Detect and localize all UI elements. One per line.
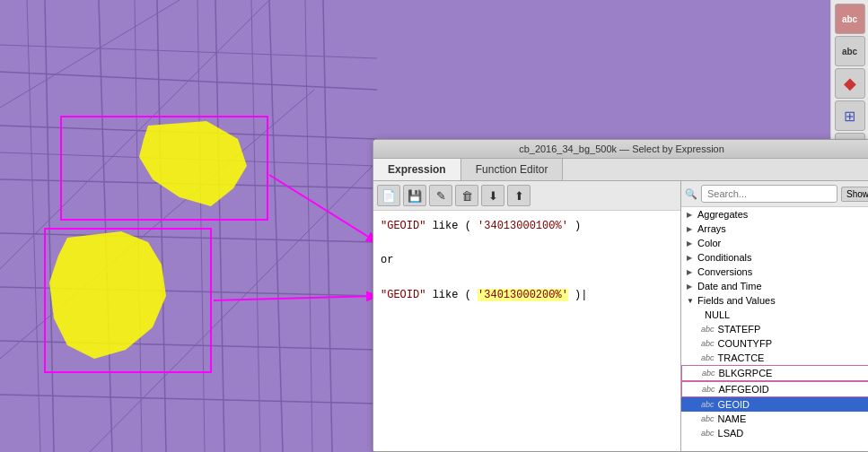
svg-line-28 (269, 175, 377, 242)
svg-line-15 (27, 0, 40, 452)
expression-toolbar: 📄 💾 ✎ 🗑 ⬇ ⬆ (373, 181, 680, 211)
dialog-tabs: Expression Function Editor (373, 159, 868, 181)
tree-child-null[interactable]: NULL (681, 308, 868, 322)
tree-child-countyfp[interactable]: abc COUNTYFP (681, 336, 868, 351)
svg-line-11 (269, 0, 283, 452)
tree-child-name[interactable]: abc NAME (681, 412, 868, 426)
toolbar-btn-hierarchy[interactable]: ⊞ (835, 100, 865, 131)
tree-item-aggregates[interactable]: ▶ Aggregates (681, 207, 868, 222)
svg-line-20 (0, 0, 180, 108)
edit-button[interactable]: ✎ (429, 185, 452, 206)
function-panel: 🔍 Show Va... ▶ Aggregates ▶ Arrays (681, 181, 868, 451)
show-values-button[interactable]: Show Va... (841, 187, 868, 202)
aggregates-arrow: ▶ (687, 211, 697, 219)
tree-item-arrays[interactable]: ▶ Arrays (681, 222, 868, 236)
svg-line-18 (251, 0, 260, 452)
svg-line-16 (135, 0, 142, 452)
conversions-arrow: ▶ (687, 268, 697, 276)
color-arrow: ▶ (687, 239, 697, 248)
search-input[interactable] (701, 185, 837, 203)
tree-child-statefp[interactable]: abc STATEFP (681, 322, 868, 336)
svg-line-12 (323, 0, 332, 452)
tree-child-affgeoid[interactable]: abc AFFGEOID (681, 381, 868, 397)
svg-marker-25 (49, 231, 166, 359)
fields-values-arrow: ▼ (687, 297, 697, 305)
search-icon: 🔍 (685, 188, 697, 200)
expr-line-2: or (381, 252, 673, 269)
svg-line-9 (157, 0, 166, 452)
tree-item-color[interactable]: ▶ Color (681, 236, 868, 250)
arrays-arrow: ▶ (687, 225, 697, 233)
tree-item-conversions[interactable]: ▶ Conversions (681, 265, 868, 279)
save-button[interactable]: 💾 (403, 185, 426, 206)
tree-child-lsad[interactable]: abc LSAD (681, 426, 868, 440)
toolbar-btn-diamond[interactable]: ◆ (835, 68, 865, 99)
svg-line-13 (0, 45, 377, 58)
svg-line-5 (0, 341, 377, 350)
function-tree: ▶ Aggregates ▶ Arrays ▶ Color ▶ Conditio… (681, 207, 868, 451)
export-button[interactable]: ⬆ (507, 185, 530, 206)
toolbar-btn-abc1[interactable]: abc (835, 4, 865, 34)
tree-child-geoid[interactable]: abc GEOID (681, 397, 868, 412)
svg-line-10 (215, 0, 224, 452)
tree-child-tractce[interactable]: abc TRACTCE (681, 351, 868, 365)
svg-line-19 (305, 0, 312, 452)
function-search-bar: 🔍 Show Va... (681, 181, 868, 207)
svg-line-8 (99, 0, 112, 452)
dialog-body: 📄 💾 ✎ 🗑 ⬇ ⬆ "GEOID" like ( '34013000100%… (373, 181, 868, 451)
expr-line-1: "GEOID" like ( '34013000100%' ) (381, 218, 673, 235)
svg-line-29 (214, 296, 377, 300)
tree-child-blkgrpce[interactable]: abc BLKGRPCE (681, 365, 868, 381)
tab-expression[interactable]: Expression (373, 159, 461, 180)
tree-item-fields-and-values[interactable]: ▼ Fields and Values (681, 293, 868, 308)
tree-item-date-and-time[interactable]: ▶ Date and Time (681, 279, 868, 293)
tab-function-editor[interactable]: Function Editor (461, 159, 564, 180)
conditionals-arrow: ▶ (687, 254, 697, 262)
date-time-arrow: ▶ (687, 282, 697, 291)
svg-line-7 (45, 0, 54, 452)
delete-button[interactable]: 🗑 (455, 185, 478, 206)
import-button[interactable]: ⬇ (481, 185, 504, 206)
dialog-title: cb_2016_34_bg_500k — Select by Expressio… (373, 140, 868, 159)
toolbar-btn-abc2[interactable]: abc (835, 36, 865, 66)
expression-panel: 📄 💾 ✎ 🗑 ⬇ ⬆ "GEOID" like ( '34013000100%… (373, 181, 681, 451)
expr-line-3: "GEOID" like ( '34013000200%' )| (381, 287, 673, 304)
svg-line-6 (0, 395, 377, 404)
new-file-button[interactable]: 📄 (377, 185, 400, 206)
select-by-expression-dialog: cb_2016_34_bg_500k — Select by Expressio… (373, 139, 868, 452)
svg-line-3 (0, 233, 377, 242)
expression-editor[interactable]: "GEOID" like ( '34013000100%' ) or "GEOI… (373, 211, 680, 451)
tree-item-conditionals[interactable]: ▶ Conditionals (681, 250, 868, 265)
